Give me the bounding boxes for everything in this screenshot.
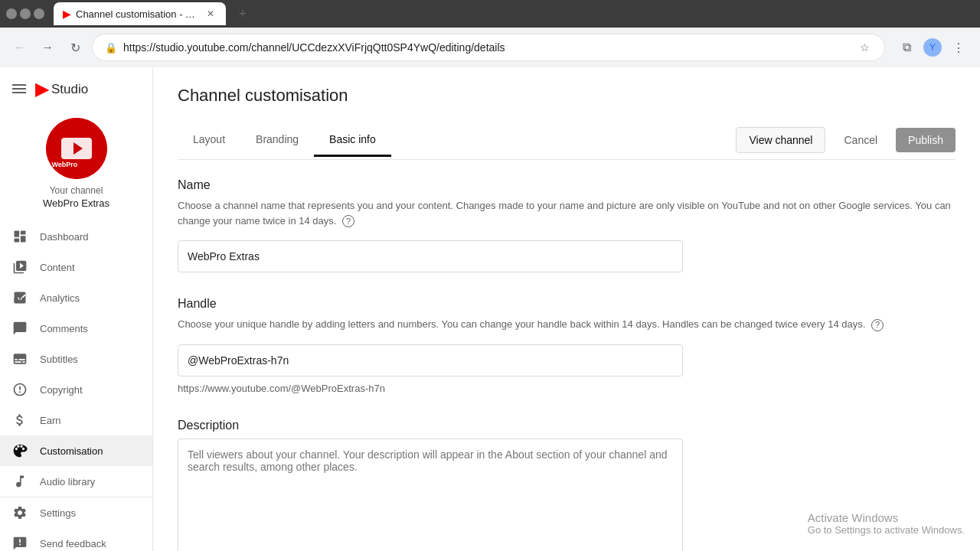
content-label: Content (40, 262, 75, 273)
publish-button[interactable]: Publish (896, 128, 956, 152)
settings-label: Settings (40, 507, 76, 519)
name-section: Name Choose a channel name that represen… (178, 178, 956, 272)
tab-layout[interactable]: Layout (178, 124, 240, 157)
channel-name-label: WebPro Extras (9, 197, 143, 209)
copyright-icon (12, 382, 28, 397)
svg-rect-2 (12, 92, 26, 93)
settings-icon (12, 505, 28, 520)
earn-label: Earn (40, 415, 60, 426)
handle-input[interactable] (178, 344, 683, 377)
comments-label: Comments (40, 323, 88, 334)
profile-icon[interactable]: Y (920, 35, 945, 60)
customisation-label: Customisation (40, 445, 103, 457)
extensions-icon[interactable]: ⧉ (894, 35, 919, 60)
earn-icon (12, 412, 28, 428)
tab-favicon: ▶ (63, 8, 71, 20)
url-text: https://studio.youtube.com/channel/UCCde… (123, 41, 851, 54)
sidebar-item-customisation[interactable]: Customisation (0, 435, 152, 466)
address-bar[interactable]: 🔒 https://studio.youtube.com/channel/UCC… (92, 34, 885, 61)
dashboard-icon (12, 229, 28, 244)
page-title: Channel customisation (178, 86, 956, 106)
sidebar-item-subtitles[interactable]: Subtitles (0, 344, 152, 374)
forward-button[interactable]: → (37, 37, 58, 58)
sidebar-item-comments[interactable]: Comments (0, 313, 152, 344)
tab-branding[interactable]: Branding (240, 124, 314, 157)
sidebar-nav: Dashboard Content Analytics (0, 221, 152, 497)
sidebar-item-copyright[interactable]: Copyright (0, 374, 152, 405)
name-section-desc: Choose a channel name that represents yo… (178, 198, 956, 228)
tab-title: Channel customisation - YouTu... (76, 8, 198, 20)
close-tab-button[interactable]: ✕ (204, 8, 217, 20)
name-input[interactable] (178, 240, 683, 272)
name-section-title: Name (178, 178, 956, 192)
dashboard-label: Dashboard (40, 231, 89, 243)
handle-section: Handle Choose your unique handle by addi… (178, 297, 956, 394)
analytics-icon (12, 290, 28, 305)
copyright-label: Copyright (40, 384, 83, 396)
svg-rect-0 (12, 84, 26, 86)
reload-button[interactable]: ↻ (64, 37, 86, 58)
view-channel-button[interactable]: View channel (736, 127, 825, 153)
new-tab-button[interactable]: + (232, 3, 253, 24)
main-content: Channel customisation Layout Branding Ba… (153, 67, 980, 551)
send-feedback-label: Send feedback (40, 538, 106, 549)
description-input[interactable] (178, 439, 683, 552)
feedback-icon (12, 536, 28, 551)
sidebar-item-earn[interactable]: Earn (0, 405, 152, 435)
channel-avatar[interactable]: WebPro (46, 118, 107, 179)
your-channel-label: Your channel (9, 185, 143, 196)
analytics-label: Analytics (40, 292, 80, 304)
comments-icon (12, 321, 28, 336)
youtube-studio-logo[interactable]: ▶ Studio (35, 80, 88, 99)
subtitles-icon (12, 351, 28, 367)
more-icon[interactable]: ⋮ (946, 35, 971, 60)
lock-icon: 🔒 (105, 42, 117, 54)
sidebar-item-analytics[interactable]: Analytics (0, 282, 152, 313)
cancel-button[interactable]: Cancel (831, 128, 890, 152)
sidebar-item-send-feedback[interactable]: Send feedback (0, 528, 152, 551)
sidebar-item-audio-library[interactable]: Audio library (0, 466, 152, 497)
handle-section-title: Handle (178, 297, 956, 311)
handle-section-desc: Choose your unique handle by adding lett… (178, 317, 956, 332)
tab-basic-info[interactable]: Basic info (314, 124, 391, 157)
studio-text: Studio (51, 82, 88, 97)
name-help-icon[interactable]: ? (342, 215, 354, 227)
svg-rect-1 (12, 88, 26, 90)
content-icon (12, 259, 28, 275)
back-button[interactable]: ← (9, 37, 31, 58)
sidebar-item-settings[interactable]: Settings (0, 497, 152, 528)
bookmark-icon[interactable]: ☆ (857, 40, 872, 55)
channel-section: WebPro Your channel WebPro Extras (0, 112, 152, 221)
description-section: Description (178, 419, 956, 552)
sidebar-item-dashboard[interactable]: Dashboard (0, 221, 152, 252)
audio-icon (12, 474, 28, 489)
handle-help-icon[interactable]: ? (871, 319, 884, 331)
audio-library-label: Audio library (40, 476, 95, 487)
hamburger-menu[interactable] (9, 80, 29, 99)
customisation-icon (12, 443, 28, 458)
handle-url: https://www.youtube.com/@WebProExtras-h7… (178, 383, 956, 394)
sidebar: ▶ Studio WebPro Your channel WebPro Extr… (0, 67, 153, 551)
sidebar-item-content[interactable]: Content (0, 252, 152, 282)
active-tab[interactable]: ▶ Channel customisation - YouTu... ✕ (54, 2, 226, 25)
description-section-title: Description (178, 419, 956, 432)
subtitles-label: Subtitles (40, 354, 78, 365)
